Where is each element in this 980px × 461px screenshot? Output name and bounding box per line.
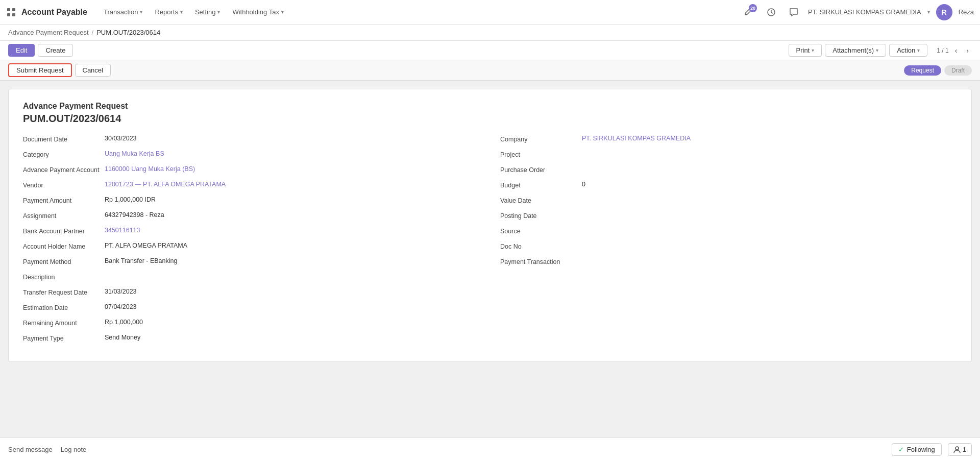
avatar[interactable]: R: [936, 4, 952, 20]
form-title: Advance Payment Request: [23, 102, 957, 111]
field-label: Posting Date: [500, 211, 582, 220]
form-row: Payment MethodBank Transfer - EBanking: [23, 257, 480, 270]
field-value[interactable]: Uang Muka Kerja BS: [105, 150, 480, 157]
field-value[interactable]: 3450116113: [105, 227, 480, 234]
field-value: 30/03/2023: [105, 135, 480, 142]
form-row: Value Date: [500, 196, 957, 208]
status-request: Request: [904, 65, 941, 76]
form-row: Advance Payment Account1160000 Uang Muka…: [23, 165, 480, 178]
form-subtitle: PUM.OUT/2023/0614: [23, 113, 957, 125]
main-toolbar: Edit Create Print ▾ Attachment(s) ▾ Acti…: [0, 41, 980, 60]
clock-icon[interactable]: [763, 4, 779, 20]
company-chevron-icon: ▾: [927, 9, 930, 15]
svg-rect-3: [12, 13, 15, 16]
chevron-down-icon: ▾: [281, 9, 284, 15]
form-row: Posting Date: [500, 211, 957, 224]
form-left-column: Document Date30/03/2023CategoryUang Muka…: [23, 135, 480, 349]
grid-menu-icon[interactable]: [6, 7, 16, 17]
next-record-button[interactable]: ›: [963, 45, 972, 56]
form-row: Doc No: [500, 242, 957, 254]
print-button[interactable]: Print ▾: [789, 44, 822, 57]
field-value: PT. ALFA OMEGA PRATAMA: [105, 242, 480, 249]
field-value[interactable]: 1160000 Uang Muka Kerja (BS): [105, 165, 480, 173]
form-row: Project: [500, 150, 957, 162]
field-label: Project: [500, 150, 582, 158]
field-value: Rp 1,000,000 IDR: [105, 196, 480, 203]
action-chevron-icon: ▾: [917, 47, 920, 53]
form-right-column: CompanyPT. SIRKULASI KOMPAS GRAMEDIAProj…: [500, 135, 957, 349]
field-label: Payment Method: [23, 257, 105, 265]
form-row: Assignment64327942398 - Reza: [23, 211, 480, 224]
field-label: Payment Amount: [23, 196, 105, 204]
field-value: 64327942398 - Reza: [105, 211, 480, 219]
menu-transaction[interactable]: Transaction ▾: [97, 0, 149, 25]
chevron-down-icon: ▾: [140, 9, 142, 15]
menu-withholding-tax[interactable]: Withholding Tax ▾: [226, 0, 290, 25]
field-value: Bank Transfer - EBanking: [105, 257, 480, 264]
field-label: Description: [23, 273, 105, 281]
edit-notification-icon[interactable]: 20: [741, 4, 757, 20]
edit-button[interactable]: Edit: [8, 44, 35, 57]
attachments-chevron-icon: ▾: [876, 47, 878, 53]
field-label: Vendor: [23, 181, 105, 189]
breadcrumb-current: PUM.OUT/2023/0614: [96, 29, 160, 36]
form-row: Bank Account Partner3450116113: [23, 227, 480, 239]
field-label: Estimation Date: [23, 303, 105, 311]
pagination-text: 1 / 1: [937, 47, 948, 54]
field-value: 0: [582, 181, 957, 188]
print-chevron-icon: ▾: [812, 47, 814, 53]
create-button[interactable]: Create: [38, 44, 73, 57]
toolbar-right: Print ▾ Attachment(s) ▾ Action ▾ 1 / 1 ‹…: [789, 44, 972, 57]
prev-record-button[interactable]: ‹: [952, 45, 961, 56]
menu-setting[interactable]: Setting ▾: [189, 0, 226, 25]
submit-request-button[interactable]: Submit Request: [8, 63, 72, 77]
notification-badge: 20: [749, 4, 757, 12]
chat-icon[interactable]: [786, 4, 802, 20]
field-label: Value Date: [500, 196, 582, 204]
field-label: Assignment: [23, 211, 105, 220]
field-label: Company: [500, 135, 582, 143]
field-label: Bank Account Partner: [23, 227, 105, 235]
topnav-right-section: 20 PT. SIRKULASI KOMPAS GRAMEDIA ▾ R Rez…: [741, 4, 974, 20]
field-label: Payment Type: [23, 334, 105, 342]
field-label: Account Holder Name: [23, 242, 105, 250]
chevron-down-icon: ▾: [217, 9, 220, 15]
svg-rect-0: [7, 8, 10, 11]
field-label: Purchase Order: [500, 165, 582, 174]
footer-bar: Send message Log note ✓ Following 1: [0, 438, 980, 440]
breadcrumb-separator: /: [92, 29, 94, 36]
field-label: Budget: [500, 181, 582, 189]
form-row: Payment TypeSend Money: [23, 334, 480, 346]
svg-rect-2: [7, 13, 10, 16]
field-value: Send Money: [105, 334, 480, 341]
field-value[interactable]: PT. SIRKULASI KOMPAS GRAMEDIA: [582, 135, 957, 142]
breadcrumb-parent[interactable]: Advance Payment Request: [8, 29, 89, 36]
status-draft: Draft: [944, 65, 972, 76]
form-row: Payment AmountRp 1,000,000 IDR: [23, 196, 480, 208]
main-content: Advance Payment Request PUM.OUT/2023/061…: [0, 81, 980, 440]
field-label: Category: [23, 150, 105, 158]
company-name[interactable]: PT. SIRKULASI KOMPAS GRAMEDIA: [808, 8, 921, 16]
menu-reports[interactable]: Reports ▾: [149, 0, 189, 25]
attachments-button[interactable]: Attachment(s) ▾: [825, 44, 886, 57]
action-button[interactable]: Action ▾: [889, 44, 927, 57]
field-label: Doc No: [500, 242, 582, 250]
field-value[interactable]: 12001723 — PT. ALFA OMEGA PRATAMA: [105, 181, 480, 188]
top-navigation: Account Payable Transaction ▾ Reports ▾ …: [0, 0, 980, 25]
field-label: Remaining Amount: [23, 319, 105, 327]
field-value: Rp 1,000,000: [105, 319, 480, 326]
breadcrumb: Advance Payment Request / PUM.OUT/2023/0…: [0, 25, 980, 41]
form-row: Source: [500, 227, 957, 239]
app-brand: Account Payable: [21, 8, 87, 17]
form-row: Estimation Date07/04/2023: [23, 303, 480, 316]
field-value: 31/03/2023: [105, 288, 480, 295]
top-menu: Transaction ▾ Reports ▾ Setting ▾ Withho…: [97, 0, 741, 25]
form-row: Purchase Order: [500, 165, 957, 178]
chevron-down-icon: ▾: [180, 9, 183, 15]
cancel-button[interactable]: Cancel: [75, 64, 111, 77]
form-row: Transfer Request Date31/03/2023: [23, 288, 480, 300]
user-name: Reza: [959, 8, 974, 16]
field-value: 07/04/2023: [105, 303, 480, 310]
field-label: Payment Transaction: [500, 257, 582, 265]
status-pills: Request Draft: [904, 65, 972, 76]
